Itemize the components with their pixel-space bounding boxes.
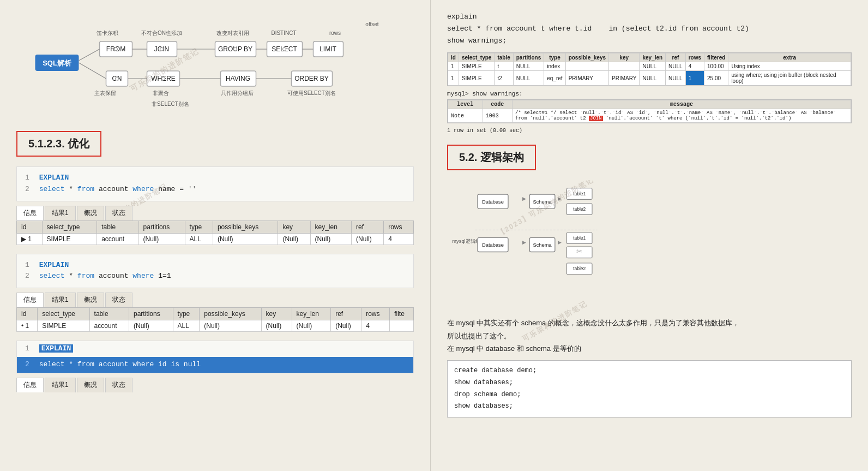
cell: SIMPLE <box>459 71 494 86</box>
tab-status-1[interactable]: 状态 <box>105 206 132 220</box>
tab-bar-2: 信息 结果1 概况 状态 <box>16 293 414 307</box>
col-possible-keys: possible_keys <box>565 53 608 62</box>
tab-result-2[interactable]: 结果1 <box>45 293 76 307</box>
line-num: 1 <box>25 344 29 353</box>
svg-text:DISTINCT: DISTINCT <box>271 30 296 36</box>
cell: 1003 <box>483 109 512 123</box>
string-value: '' <box>188 185 197 193</box>
line-num: 1 <box>25 261 29 269</box>
col-rows: rows <box>685 53 704 62</box>
arrow-2: ▶ <box>558 196 562 201</box>
tab-bar-3: 信息 结果1 概况 状态 <box>16 378 414 392</box>
warning-section: mysql> show warnings: level code message… <box>447 91 852 134</box>
col-key-len: key_len <box>310 220 352 233</box>
tab-overview-3[interactable]: 概况 <box>77 378 104 392</box>
cell: 4 <box>685 62 704 71</box>
col-table: table <box>97 220 138 233</box>
tab-status-3[interactable]: 状态 <box>105 378 132 392</box>
svg-text:非SELECT别名: 非SELECT别名 <box>152 101 189 107</box>
cell: t <box>495 62 513 71</box>
col-possible-keys: possible_keys <box>200 308 261 320</box>
scissors-icon: ✂ <box>576 247 582 255</box>
cell: /* select#1 */ select `null`.`t`.`id` AS… <box>513 109 851 123</box>
col-ref: ref <box>352 220 384 233</box>
para-1: 在 mysql 中其实还有个 schema 的概念，这概念没什么太多作用，只是为… <box>447 317 852 329</box>
arrow-4: ▶ <box>558 240 562 245</box>
code-line-2-1: 1 EXPLAIN <box>25 260 405 271</box>
select-keyword: select <box>39 272 65 280</box>
cell-key: (Null) <box>278 233 310 245</box>
tab-info-1[interactable]: 信息 <box>16 206 44 220</box>
warning-table-wrap: level code message Note 1003 /* select#1… <box>447 99 852 123</box>
explain-line-2: select * from account t where t.id in (s… <box>447 23 852 35</box>
col-id: id <box>17 220 43 233</box>
svg-text:非聚合: 非聚合 <box>153 90 169 96</box>
svg-text:ORDER BY: ORDER BY <box>294 75 329 82</box>
cell: NULL <box>666 71 686 86</box>
where-keyword: where <box>132 185 154 193</box>
explain-text: explain select * from account t where t.… <box>447 11 852 47</box>
cell: 1 <box>448 62 459 71</box>
text-content: 在 mysql 中其实还有个 schema 的概念，这概念没什么太多作用，只是为… <box>447 317 852 355</box>
code-text: account <box>99 185 132 193</box>
tab-result-3[interactable]: 结果1 <box>45 378 76 392</box>
code-line-2-2: 2 select * from account where 1=1 <box>25 271 405 282</box>
tab-info-2[interactable]: 信息 <box>16 293 44 307</box>
col-table: table <box>89 308 129 320</box>
cell: t2 <box>495 71 513 86</box>
cell: NULL <box>666 62 686 71</box>
col-partitions: partitions <box>129 308 173 320</box>
schema-label-1: Schema <box>533 199 552 205</box>
cell <box>609 62 640 71</box>
svg-text:SQL解析: SQL解析 <box>43 59 72 67</box>
cell: Note <box>448 109 483 123</box>
db-label-2: Database <box>482 242 504 248</box>
code-text: name = <box>158 185 188 193</box>
highlight-span: JOIN <box>589 116 603 121</box>
section-header-logic: 5.2. 逻辑架构 <box>447 145 536 170</box>
result-table-3: 信息 结果1 概况 状态 <box>16 378 414 392</box>
col-key: key <box>278 220 310 233</box>
col-id: id <box>17 308 38 320</box>
col-extra: extra <box>728 53 851 62</box>
cell: PRIMARY <box>565 71 608 86</box>
cell-key-len: (Null) <box>310 233 352 245</box>
svg-line-21 <box>79 63 106 79</box>
table-row: 1 SIMPLE t NULL index NULL NULL 4 100.00… <box>448 62 851 71</box>
cell-partitions: (Null) <box>138 233 185 245</box>
table-4-label: table2 <box>573 266 586 271</box>
col-type: type <box>544 53 565 62</box>
warning-header: mysql> show warnings: <box>447 91 852 97</box>
cell: eq_ref <box>544 71 565 86</box>
svg-text:HAVING: HAVING <box>226 75 250 82</box>
code-block-3: 1 EXPLAIN 2 select * from account where … <box>16 341 414 373</box>
tab-bar-1: 信息 结果1 概况 状态 <box>16 206 414 220</box>
schema-label-2: Schema <box>533 242 552 248</box>
tab-overview-1[interactable]: 概况 <box>77 206 104 220</box>
cell: PRIMARY <box>609 71 640 86</box>
cell: 100.00 <box>704 62 728 71</box>
col-key-len: key_len <box>640 53 666 62</box>
cell-ref: (Null) <box>352 233 384 245</box>
tab-overview-2[interactable]: 概况 <box>77 293 104 307</box>
svg-text:offset: offset <box>365 21 378 27</box>
col-partitions: partitions <box>138 220 185 233</box>
tab-info-3[interactable]: 信息 <box>16 378 44 392</box>
from-keyword: from <box>77 185 94 193</box>
svg-text:主表保留: 主表保留 <box>94 90 116 96</box>
svg-text:改变对表引用: 改变对表引用 <box>216 30 249 36</box>
col-ref: ref <box>666 53 686 62</box>
line-num: 2 <box>25 185 29 193</box>
cell-rows: 4 <box>361 320 390 332</box>
result-table-1: 信息 结果1 概况 状态 id select_type table partit… <box>16 206 414 245</box>
cell-possible-keys: (Null) <box>213 233 278 245</box>
explain-keyword: EXPLAIN <box>39 261 69 269</box>
left-panel: SQL解析 FROM JOIN GROUP BY SELECT LIMIT <box>0 0 431 471</box>
tab-status-2[interactable]: 状态 <box>105 293 132 307</box>
logic-diagram: mysql逻辑组件 Database ▶ Schema ▶ table1 tab… <box>447 180 852 306</box>
col-rows: rows <box>361 308 390 320</box>
code-box-line-3: drop schema demo; <box>454 389 845 401</box>
code-text: account <box>99 272 132 280</box>
col-type: type <box>185 220 213 233</box>
tab-result-1[interactable]: 结果1 <box>45 206 76 220</box>
